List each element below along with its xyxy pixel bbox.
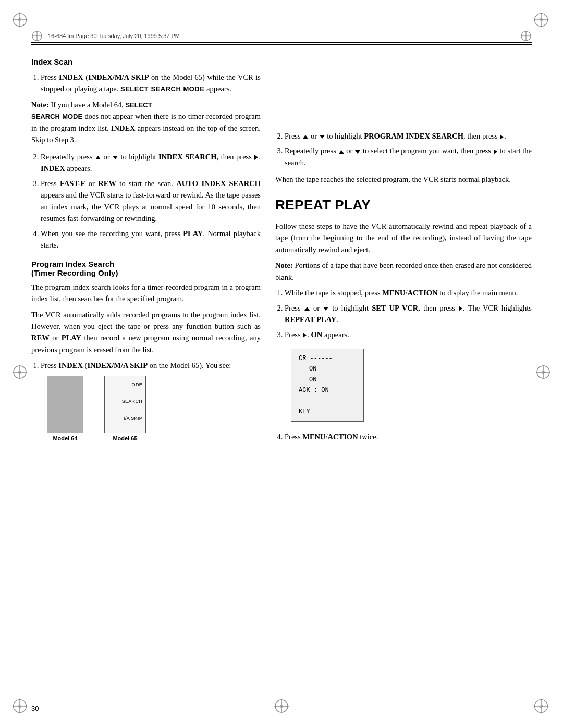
step4-play: PLAY [183, 229, 203, 238]
repeat-play-title: REPEAT PLAY [275, 197, 532, 213]
step2-index-search: INDEX SEARCH [158, 153, 217, 161]
arrow-right-icon-1 [254, 155, 258, 160]
arrow-down-icon-3 [355, 150, 360, 154]
screen-line-1: CR ------ [299, 353, 356, 364]
index-scan-steps-2: Repeatedly press or to highlight INDEX S… [31, 151, 261, 251]
model-image-area: Model 64 ODE SEARCH I/A SKIP Model 65 [47, 376, 261, 441]
repeat-play-intro: Follow these steps to have the VCR autom… [275, 220, 532, 255]
arrow-down-icon-2 [320, 135, 325, 139]
right-col-para: When the tape reaches the selected progr… [275, 174, 532, 185]
index-scan-title: Index Scan [31, 57, 261, 66]
rp-setup-bold: SET UP VCR [372, 304, 418, 312]
arrow-up-icon-4 [304, 307, 310, 311]
right-col-steps: Press or to highlight PROGRAM INDEX SEAR… [275, 130, 532, 168]
step3-rew: REW [98, 179, 116, 188]
corner-registration-bl [11, 698, 30, 717]
header-text: 16-634.fm Page 30 Tuesday, July 20, 1999… [48, 33, 180, 39]
repeat-play-step4: Press MENU/ACTION twice. [275, 431, 532, 442]
right-step-2: Press or to highlight PROGRAM INDEX SEAR… [285, 130, 532, 142]
rp-action-bold: ACTION [408, 289, 438, 297]
rp-repeat-bold: REPEAT PLAY [285, 315, 336, 324]
pis-skip-bold: INDEX/M/A SKIP [87, 361, 148, 369]
corner-registration-br [533, 698, 552, 717]
play-bold: PLAY [62, 334, 81, 342]
right-step-3: Repeatedly press or to select the progra… [285, 145, 532, 168]
rp-on-bold: ON [311, 330, 323, 339]
step2-index: INDEX [41, 164, 65, 172]
program-index-para2: The VCR automatically adds recorded prog… [31, 309, 261, 356]
left-column: Index Scan Press INDEX (INDEX/M/A SKIP o… [31, 57, 261, 450]
model65-row-ode: ODE [108, 380, 142, 389]
rp-step-1: While the tape is stopped, press MENU/AC… [285, 287, 532, 299]
bottom-center-registration [273, 698, 290, 717]
index-scan-step-3: Press FAST-F or REW to start the scan. A… [41, 178, 261, 225]
top-rule-area [31, 42, 532, 45]
arrow-right-icon-4 [459, 306, 462, 311]
note-select-bold: SELECTSEARCH MODE [31, 101, 152, 120]
model65-row-blank2 [108, 405, 142, 414]
screen-line-6: KEY [299, 406, 356, 417]
right-column: Press or to highlight PROGRAM INDEX SEAR… [275, 57, 532, 450]
repeat-play-steps: While the tape is stopped, press MENU/AC… [275, 287, 532, 340]
rp-note-prefix: Note: [275, 261, 293, 269]
repeat-play-note: Note: Portions of a tape that have been … [275, 260, 532, 283]
arrow-up-icon-2 [303, 135, 308, 139]
screen-line-4: ACK : ON [299, 385, 356, 396]
model65-row-search: SEARCH [108, 397, 142, 405]
page-content: Index Scan Press INDEX (INDEX/M/A SKIP o… [31, 57, 532, 692]
step3-auto: AUTO INDEX SEARCH [176, 179, 261, 188]
program-index-step-1: Press INDEX (INDEX/M/A SKIP on the Model… [41, 360, 261, 371]
step1-index-bold: INDEX [59, 73, 83, 81]
header-corner-mark-left [31, 30, 43, 42]
model64-label: Model 64 [53, 435, 77, 441]
step1-skip-bold: INDEX/M/A SKIP [88, 73, 149, 81]
rp-step-4: Press MENU/ACTION twice. [285, 431, 532, 442]
step3-fastf: FAST-F [60, 179, 85, 188]
model65-row-blank [108, 389, 142, 397]
rew-bold: REW [31, 334, 50, 342]
arrow-up-icon-1 [95, 156, 101, 159]
model65-box: ODE SEARCH I/A SKIP Model 65 [104, 376, 146, 441]
model64-box: Model 64 [47, 376, 83, 441]
arrow-right-icon-3 [494, 149, 497, 154]
screen-line-5 [299, 396, 356, 406]
step1-select-bold: SELECT SEARCH MODE [120, 85, 204, 93]
arrow-right-icon-5 [303, 332, 307, 338]
index-scan-note: Note: If you have a Model 64, SELECTSEAR… [31, 99, 261, 146]
corner-registration-tl [11, 11, 30, 30]
side-registration-left [11, 364, 28, 382]
rp-menu-bold: MENU [382, 289, 405, 297]
arrow-up-icon-3 [339, 150, 344, 154]
pis-index-bold: INDEX [58, 361, 83, 369]
r2-program-bold: PROGRAM INDEX SEARCH [364, 132, 463, 140]
arrow-down-icon-1 [113, 156, 118, 159]
right-col-top: Press or to highlight PROGRAM INDEX SEAR… [275, 130, 532, 186]
model65-row-skip: I/A SKIP [108, 414, 142, 423]
header-bar: 16-634.fm Page 30 Tuesday, July 20, 1999… [31, 30, 532, 42]
program-index-para1: The program index search looks for a tim… [31, 281, 261, 305]
program-index-title: Program Index Search(Timer Recording Onl… [31, 260, 261, 277]
index-scan-steps: Press INDEX (INDEX/M/A SKIP on the Model… [31, 71, 261, 95]
model65-image: ODE SEARCH I/A SKIP [104, 376, 146, 433]
header-corner-mark-right [520, 30, 532, 42]
arrow-down-icon-4 [323, 307, 328, 311]
rp-step-3: Press . ON appears. [285, 329, 532, 340]
note-index-bold: INDEX [111, 124, 136, 132]
rp-menuaction2-bold: MENU [302, 433, 325, 441]
screen-line-2: ON [299, 364, 356, 374]
repeat-play-screen: CR ------ ON ON ACK : ON KEY [291, 349, 364, 422]
corner-registration-tr [533, 11, 552, 30]
rp-action2-bold: ACTION [328, 433, 358, 441]
arrow-right-icon-2 [500, 134, 504, 140]
index-scan-step-2: Repeatedly press or to highlight INDEX S… [41, 151, 261, 175]
side-registration-right [535, 364, 552, 382]
model64-image [47, 376, 83, 433]
repeat-play-section: REPEAT PLAY Follow these steps to have t… [275, 197, 532, 443]
page-number: 30 [31, 705, 39, 712]
screen-line-3: ON [299, 375, 356, 385]
note-prefix: Note: [31, 101, 49, 109]
model65-label: Model 65 [113, 435, 137, 441]
index-scan-step-4: When you see the recording you want, pre… [41, 228, 261, 251]
rp-step-2: Press or to highlight SET UP VCR, then p… [285, 302, 532, 326]
program-index-steps: Press INDEX (INDEX/M/A SKIP on the Model… [31, 360, 261, 371]
